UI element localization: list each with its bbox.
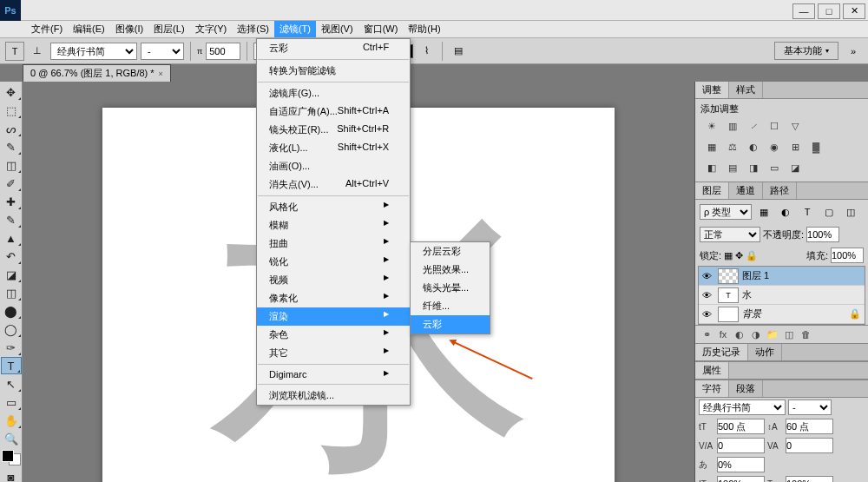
menu-image[interactable]: 图像(I) bbox=[110, 21, 148, 37]
pen-tool[interactable]: ✑ bbox=[1, 339, 22, 356]
menu-item-sharpen[interactable]: 锐化 bbox=[257, 253, 410, 271]
menu-item-blur[interactable]: 模糊 bbox=[257, 216, 410, 234]
menu-item-fibers[interactable]: 纤维... bbox=[411, 297, 490, 315]
lasso-tool[interactable]: ᔕ bbox=[1, 120, 22, 137]
visibility-icon[interactable]: 👁 bbox=[702, 290, 714, 300]
opacity-input[interactable] bbox=[806, 227, 839, 242]
crop-tool[interactable]: ◫ bbox=[1, 156, 22, 174]
char-style-select[interactable]: - bbox=[788, 399, 832, 415]
tab-layers[interactable]: 图层 bbox=[695, 182, 729, 199]
adj-photo-filter-icon[interactable]: ◉ bbox=[766, 140, 782, 154]
tab-paragraph[interactable]: 段落 bbox=[729, 380, 763, 397]
menu-item-browse-online[interactable]: 浏览联机滤镜... bbox=[257, 386, 410, 405]
menu-item-filter-gallery[interactable]: 滤镜库(G)... bbox=[257, 84, 410, 102]
menu-filter[interactable]: 滤镜(T) bbox=[274, 21, 316, 37]
tab-adjustments[interactable]: 调整 bbox=[695, 82, 729, 98]
zoom-tool[interactable]: 🔍 bbox=[1, 430, 22, 447]
layer-name[interactable]: 图层 1 bbox=[742, 269, 769, 282]
menu-select[interactable]: 选择(S) bbox=[232, 21, 274, 37]
menu-item-last-filter[interactable]: 云彩Ctrl+F bbox=[257, 39, 410, 57]
gradient-tool[interactable]: ◫ bbox=[1, 284, 22, 301]
quick-select-tool[interactable]: ✎ bbox=[1, 138, 22, 155]
visibility-icon[interactable]: 👁 bbox=[702, 309, 714, 320]
layer-name[interactable]: 背景 bbox=[742, 307, 761, 320]
menu-type[interactable]: 文字(Y) bbox=[190, 21, 233, 37]
char-shift-input[interactable] bbox=[717, 457, 765, 472]
menu-file[interactable]: 文件(F) bbox=[26, 21, 68, 37]
window-minimize[interactable]: — bbox=[792, 3, 815, 19]
menu-window[interactable]: 窗口(W) bbox=[358, 21, 404, 37]
eyedropper-tool[interactable]: ✐ bbox=[1, 175, 22, 192]
blend-mode-select[interactable]: 正常 bbox=[700, 227, 760, 242]
layer-name[interactable]: 水 bbox=[742, 288, 752, 301]
blur-tool[interactable]: ⬤ bbox=[1, 302, 22, 320]
adj-invert-icon[interactable]: ◧ bbox=[704, 161, 720, 175]
tab-character[interactable]: 字符 bbox=[695, 380, 729, 397]
layer-fx-icon[interactable]: fx bbox=[716, 328, 730, 340]
char-kerning-input[interactable] bbox=[717, 438, 765, 453]
filter-adjust-icon[interactable]: ◐ bbox=[776, 202, 795, 221]
new-layer-icon[interactable]: ◫ bbox=[782, 328, 796, 340]
menu-item-digimarc[interactable]: Digimarc bbox=[257, 366, 410, 382]
filter-pixel-icon[interactable]: ▦ bbox=[754, 202, 773, 221]
layer-thumb[interactable]: T bbox=[718, 287, 739, 303]
adj-lookup-icon[interactable]: ▓ bbox=[808, 140, 824, 154]
tab-history[interactable]: 历史记录 bbox=[695, 344, 748, 360]
menu-view[interactable]: 视图(V) bbox=[316, 21, 358, 37]
font-size-input[interactable] bbox=[206, 43, 240, 60]
menu-item-clouds[interactable]: 云彩 bbox=[411, 315, 490, 333]
font-style-select[interactable]: - bbox=[141, 43, 184, 60]
char-hscale-input[interactable] bbox=[786, 476, 833, 482]
tab-paths[interactable]: 路径 bbox=[763, 182, 797, 199]
text-orientation-toggle[interactable]: ⊥ bbox=[28, 42, 47, 61]
brush-tool[interactable]: ✎ bbox=[1, 211, 22, 228]
lock-all-icon[interactable]: 🔒 bbox=[746, 250, 758, 261]
path-select-tool[interactable]: ↖ bbox=[1, 375, 22, 393]
layer-thumb[interactable] bbox=[718, 307, 739, 322]
layer-item[interactable]: 👁 图层 1 bbox=[699, 267, 865, 286]
menu-item-smart-filter[interactable]: 转换为智能滤镜 bbox=[257, 62, 410, 80]
menu-layer[interactable]: 图层(L) bbox=[148, 21, 189, 37]
color-swatches[interactable] bbox=[2, 450, 21, 465]
tab-actions[interactable]: 动作 bbox=[748, 344, 782, 360]
layer-thumb[interactable] bbox=[718, 268, 739, 284]
adj-balance-icon[interactable]: ⚖ bbox=[725, 140, 740, 154]
menu-item-render[interactable]: 渲染 bbox=[257, 307, 410, 326]
layer-mask-icon[interactable]: ◐ bbox=[733, 328, 746, 340]
menu-item-adaptive-wide[interactable]: 自适应广角(A)...Shift+Ctrl+A bbox=[257, 102, 410, 121]
filter-shape-icon[interactable]: ▢ bbox=[819, 202, 838, 221]
healing-tool[interactable]: ✚ bbox=[1, 193, 22, 210]
stamp-tool[interactable]: ▲ bbox=[1, 229, 22, 247]
fill-input[interactable] bbox=[831, 248, 864, 263]
adj-curves-icon[interactable]: ⟋ bbox=[746, 119, 761, 133]
tab-channels[interactable]: 通道 bbox=[729, 182, 763, 199]
menu-help[interactable]: 帮助(H) bbox=[403, 21, 445, 37]
char-vscale-input[interactable] bbox=[717, 476, 765, 482]
menu-item-oil-paint[interactable]: 油画(O)... bbox=[257, 157, 410, 175]
menu-edit[interactable]: 编辑(E) bbox=[68, 21, 110, 37]
type-tool[interactable]: T bbox=[1, 357, 22, 374]
menu-item-distort[interactable]: 扭曲 bbox=[257, 234, 410, 253]
menu-item-lens-flare[interactable]: 镜头光晕... bbox=[411, 279, 490, 297]
tab-properties[interactable]: 属性 bbox=[695, 362, 729, 379]
window-maximize[interactable]: □ bbox=[818, 3, 840, 19]
menu-item-difference-clouds[interactable]: 分层云彩 bbox=[411, 242, 490, 261]
tool-preset-indicator[interactable]: T bbox=[5, 42, 24, 61]
menu-item-noise[interactable]: 杂色 bbox=[257, 326, 410, 344]
adj-threshold-icon[interactable]: ◨ bbox=[746, 161, 761, 175]
adj-levels-icon[interactable]: ▥ bbox=[725, 119, 740, 133]
menu-item-lens-correction[interactable]: 镜头校正(R)...Shift+Ctrl+R bbox=[257, 121, 410, 139]
filter-type-icon[interactable]: T bbox=[798, 202, 817, 221]
lock-pixels-icon[interactable]: ▦ bbox=[724, 250, 733, 261]
hand-tool[interactable]: ✋ bbox=[1, 412, 22, 429]
shape-tool[interactable]: ▭ bbox=[1, 393, 22, 411]
tab-styles[interactable]: 样式 bbox=[729, 82, 763, 98]
adj-brightness-icon[interactable]: ☀ bbox=[704, 119, 720, 133]
link-layers-icon[interactable]: ⚭ bbox=[700, 328, 713, 340]
menu-item-stylize[interactable]: 风格化 bbox=[257, 198, 410, 216]
layer-item[interactable]: 👁 背景 🔒 bbox=[699, 305, 865, 324]
layer-item[interactable]: 👁 T 水 bbox=[699, 286, 865, 305]
visibility-icon[interactable]: 👁 bbox=[702, 271, 714, 281]
char-panel-toggle-icon[interactable]: ▤ bbox=[449, 42, 468, 61]
layer-filter-kind[interactable]: ρ 类型 bbox=[700, 204, 752, 220]
